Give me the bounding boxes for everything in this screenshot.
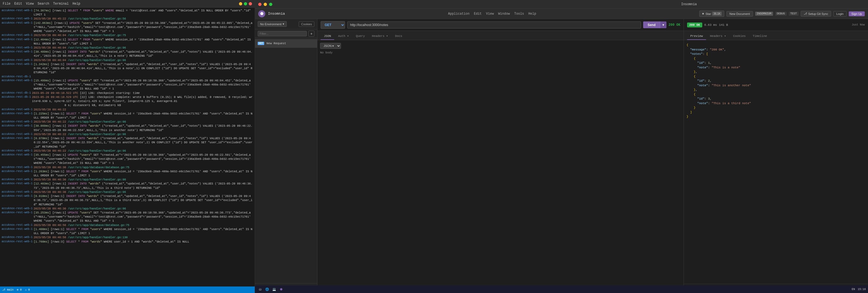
terminal-menu[interactable]: File Edit View Search Terminal Help xyxy=(3,2,80,6)
login-button[interactable]: Login xyxy=(833,11,846,17)
environment-selector[interactable]: No Environment ▾ xyxy=(258,21,287,27)
url-input[interactable] xyxy=(347,22,641,28)
insomnia-nav-menu[interactable]: Application Edit View Window Tools Help xyxy=(448,12,536,16)
log-row: accuknox-rest-db-1 xyxy=(2,75,253,79)
body-type-select[interactable]: JSON ▾ xyxy=(320,43,341,49)
log-source: accuknox-rest-web-1 xyxy=(2,137,34,141)
taskbar-app-files[interactable]: 🗂 xyxy=(257,286,263,292)
terminal-window-controls xyxy=(239,2,252,5)
error-count: ⊗ 0 xyxy=(17,288,22,291)
insomnium-tag: INSOMNIUM xyxy=(755,12,773,16)
terminal-close-btn[interactable] xyxy=(249,2,252,5)
insomnia-minimize-btn[interactable] xyxy=(264,3,267,6)
log-msg: 2023/05/20 09:46:22 /usr/src/app/handler… xyxy=(34,120,253,124)
log-msg: [1.408ms] [rows:1] SELECT * FROM "users"… xyxy=(34,227,253,235)
taskbar-app-browser[interactable]: 🌐 xyxy=(264,286,270,292)
log-source: accuknox-rest-web-1 xyxy=(2,50,34,54)
method-badge-get: GET xyxy=(258,42,264,45)
menu-help[interactable]: Help xyxy=(72,2,80,6)
git-icon: ⎇ xyxy=(804,12,807,16)
menu-view[interactable]: View xyxy=(26,2,34,6)
debug-tag[interactable]: DEBUG xyxy=(775,12,786,16)
taskbar-app-vscode[interactable]: 💻 xyxy=(271,286,277,292)
log-source: accuknox-rest-web-1 xyxy=(2,240,34,244)
sidebar-item-new-request[interactable]: GET New Request xyxy=(255,39,317,48)
log-msg: 2023/05/20 09:46:36 /usr/src/app/handler… xyxy=(34,178,253,182)
log-source: accuknox-rest-web-1 xyxy=(2,149,34,153)
request-body: JSON ▾ No body xyxy=(317,40,684,293)
menu-edit[interactable]: Edit xyxy=(14,2,22,6)
log-msg: [1.342ms] [rows:1] INSERT INTO "words" (… xyxy=(34,62,253,75)
terminal-titlebar: File Edit View Search Terminal Help root… xyxy=(0,0,255,8)
warning-count: ⚠ 0 xyxy=(25,288,30,291)
menu-window[interactable]: Window xyxy=(498,12,510,16)
menu-search[interactable]: Search xyxy=(37,2,49,6)
log-source: accuknox-rest-web-1 xyxy=(2,153,34,157)
terminal-minimize-btn[interactable] xyxy=(239,2,242,5)
log-row: accuknox-rest-web-1 [15.499ms] [rows:1] … xyxy=(2,79,253,91)
insomnia-close-btn[interactable] xyxy=(258,3,261,6)
send-button[interactable]: Send xyxy=(643,22,660,28)
log-source: accuknox-rest-web-1 xyxy=(2,9,34,13)
sidebar-add-button[interactable]: + xyxy=(308,31,314,37)
sidebar-search-input[interactable] xyxy=(258,31,307,36)
resp-tab-cookies[interactable]: Cookies xyxy=(730,33,749,40)
new-document-button[interactable]: New Document xyxy=(726,11,753,17)
tab-docs[interactable]: Docs xyxy=(392,33,405,40)
log-row: accuknox-rest-web-1 2023/05/20 09:46:04 … xyxy=(2,58,253,62)
log-row: accuknox-rest-web-1 2023/05/20 09:46:36 … xyxy=(2,207,253,211)
time-badge: 6.63 ms xyxy=(705,23,717,27)
log-msg: 2023/05/20 09:46:36 /usr/src/app/handler… xyxy=(34,190,253,194)
menu-edit[interactable]: Edit xyxy=(474,12,482,16)
git-sync-button[interactable]: ⎇ Setup Git Sync xyxy=(801,11,831,17)
system-taskbar: 🗂 🌐 💻 ⬟ EN 15:16 xyxy=(255,285,868,293)
log-source: accuknox-rest-web-1 xyxy=(2,194,34,198)
terminal-maximize-btn[interactable] xyxy=(244,2,247,5)
tab-query[interactable]: Query xyxy=(352,33,368,40)
tab-json[interactable]: JSON xyxy=(321,33,334,40)
resp-tab-headers[interactable]: Headers ▾ xyxy=(707,33,729,40)
log-source: accuknox-rest-web-1 xyxy=(2,227,34,231)
menu-file[interactable]: File xyxy=(3,2,10,6)
log-source: accuknox-rest-web-1 xyxy=(2,178,34,182)
log-source: accuknox-rest-db-1 xyxy=(2,91,32,95)
terminal-panel: File Edit View Search Terminal Help root… xyxy=(0,0,255,293)
method-select[interactable]: GET POST PUT DELETE xyxy=(321,21,345,29)
star-button[interactable]: ★ Star 36.1K xyxy=(699,10,724,17)
log-msg: 2023-05-20 09:46:10.529 UTC [22] LOG: ch… xyxy=(32,95,253,108)
log-msg: [1.263ms] [rows:1] SELECT * FROM "users"… xyxy=(34,170,253,178)
resp-tab-timeline[interactable]: Timeline xyxy=(749,33,770,40)
insomnia-topbar-right: ★ Star 36.1K New Document INSOMNIUM DEBU… xyxy=(699,10,865,17)
menu-application[interactable]: Application xyxy=(448,12,469,16)
menu-terminal[interactable]: Terminal xyxy=(53,2,69,6)
log-msg: 2023/05/20 09:46:56 /usr/src/app/databas… xyxy=(34,223,253,227)
tab-headers[interactable]: Headers ▾ xyxy=(369,33,391,40)
json-type-selector: JSON ▾ xyxy=(320,43,681,49)
insomnia-brand-label: Insomnia xyxy=(268,12,285,16)
send-dropdown-button[interactable]: ▾ xyxy=(660,22,666,28)
menu-view[interactable]: View xyxy=(486,12,494,16)
test-tag[interactable]: TEST xyxy=(789,12,799,16)
taskbar-app-insomnia[interactable]: ⬟ xyxy=(278,286,284,292)
log-row: accuknox-rest-web-1 2023/05/20 09:46:22 … xyxy=(2,149,253,153)
menu-tools[interactable]: Tools xyxy=(514,12,524,16)
size-badge: 141 B xyxy=(719,23,728,27)
insomnia-panel: Insomnia ⬟ Insomnia Application Edit Vie… xyxy=(255,0,868,293)
keyboard-layout: EN xyxy=(852,288,855,291)
cookies-button[interactable]: Cookies xyxy=(299,22,314,27)
log-msg: 2023/05/20 09:46:36 /usr/src/app/databas… xyxy=(34,166,253,170)
resp-tab-preview[interactable]: Preview xyxy=(687,33,706,40)
log-source: accuknox-rest-web-1 xyxy=(2,120,34,124)
log-row: accuknox-rest-web-1 2023/05/20 09:46:22 … xyxy=(2,133,253,137)
signup-button[interactable]: Sign Up xyxy=(849,11,865,16)
sidebar-items: GET New Request xyxy=(255,38,317,283)
log-row: accuknox-rest-web-1 2023/05/20 09:45:22 … xyxy=(2,17,253,21)
sidebar-header: No Environment ▾ Cookies xyxy=(255,19,317,29)
insomnia-maximize-btn[interactable] xyxy=(269,3,272,6)
status-badge: 200 OK xyxy=(687,23,702,27)
tab-auth[interactable]: Auth ▾ xyxy=(335,33,352,40)
log-row: accuknox-rest-web-1 [1.408ms] [rows:1] S… xyxy=(2,227,253,235)
log-row: accuknox-rest-db-1 2023-05-20 09:46:10.5… xyxy=(2,91,253,95)
insomnia-logo-icon: ⬟ xyxy=(258,10,265,17)
menu-help[interactable]: Help xyxy=(528,12,536,16)
